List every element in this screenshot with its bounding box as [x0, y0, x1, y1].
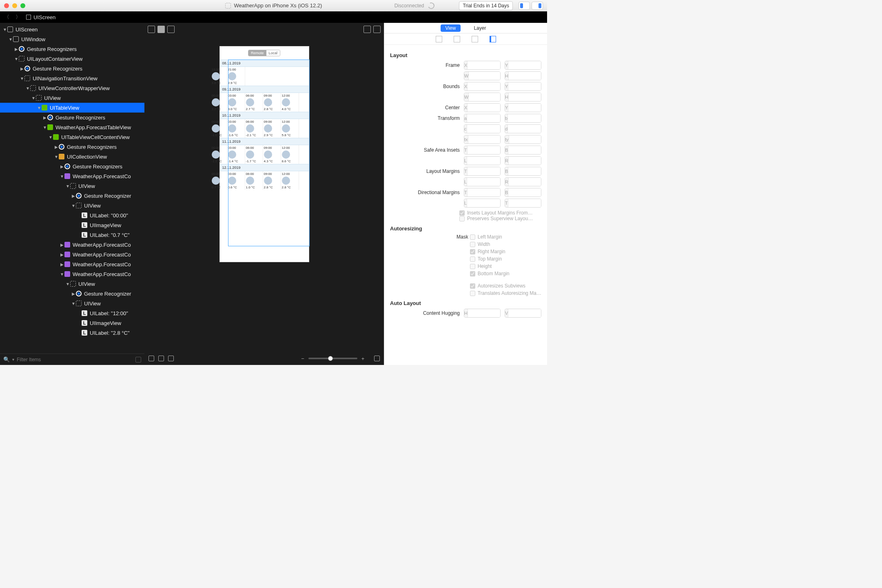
canvas-viewmode-2-icon[interactable] [157, 26, 165, 33]
inspector-icon-layout[interactable] [490, 36, 496, 42]
tree-row[interactable]: ▶Gesture Recognizers [0, 113, 144, 122]
center-x-input[interactable] [468, 104, 501, 112]
tree-row[interactable]: LUIImageView [0, 318, 144, 328]
inspector-icon-grid[interactable] [454, 36, 460, 42]
zoom-window-icon[interactable] [20, 3, 25, 8]
forecast-cell[interactable]: 12:008.6 °C [281, 145, 299, 164]
disclosure-icon[interactable]: ▼ [14, 57, 19, 61]
tree-row[interactable]: ▼UINavigationTransitionView [0, 73, 144, 83]
forecast-cell[interactable]: 03:003.0 °C [227, 93, 245, 112]
tree-row[interactable]: ▶Gesture Recognizers [0, 142, 144, 152]
disclosure-icon[interactable]: ▼ [2, 27, 7, 32]
tree-row[interactable]: ▶Gesture Recognizers [0, 64, 144, 73]
dirmargins-l-input[interactable] [467, 199, 501, 207]
filter-input[interactable] [17, 357, 133, 363]
dirmargins-t2-input[interactable] [508, 199, 541, 207]
tree-row[interactable]: ▼UIViewControllerWrapperView [0, 83, 144, 93]
hierarchy-tree[interactable]: ▼UIScreen▼UIWindow▶Gesture Recognizers▼U… [0, 23, 144, 354]
layoutmargins-t-input[interactable] [468, 167, 501, 175]
tree-row[interactable]: ▶WeatherApp.ForecastCo [0, 240, 144, 250]
forecast-cell[interactable]: 21:002.9 °C [227, 67, 245, 86]
tree-row[interactable]: ▶Gesture Recognizer [0, 191, 144, 201]
bounds-y-input[interactable] [508, 82, 541, 91]
frame-h-input[interactable] [509, 72, 541, 80]
tree-row[interactable]: ▶WeatherApp.ForecastCo [0, 259, 144, 269]
forecast-cell[interactable]: 12:002.8 °C [281, 171, 299, 190]
canvas-viewmode-3-icon[interactable] [167, 26, 175, 33]
disclosure-icon[interactable]: ▼ [71, 203, 76, 208]
segment-local[interactable]: Local [266, 50, 280, 56]
disclosure-icon[interactable]: ▼ [25, 86, 30, 91]
disclosure-icon[interactable]: ▼ [42, 125, 47, 130]
tree-row[interactable]: ▼UILayoutContainerView [0, 54, 144, 64]
filter-options-icon[interactable] [135, 357, 141, 363]
safearea-t-input[interactable] [468, 146, 501, 154]
forecast-cell[interactable]: 12:004.0 °C [281, 93, 299, 112]
forecast-cell[interactable]: 09:002.8 °C [263, 171, 281, 190]
zoom-slider[interactable] [308, 358, 357, 359]
footer-icon-2[interactable] [158, 356, 164, 361]
tree-row[interactable]: LUILabel: "12:00" [0, 308, 144, 318]
disclosure-icon[interactable]: ▶ [42, 115, 47, 120]
forecast-cell[interactable]: 18:003.6 °C [211, 67, 227, 86]
inspector-icon-doc[interactable] [436, 36, 442, 42]
forecast-cell[interactable]: 06:001.0 °C [245, 171, 263, 190]
tree-row[interactable]: LUILabel: "00:00" [0, 210, 144, 220]
disclosure-icon[interactable]: ▼ [65, 184, 70, 188]
inspector-icon-sliders[interactable] [472, 36, 478, 42]
footer-icon-4[interactable] [374, 356, 380, 361]
disclosure-icon[interactable]: ▼ [60, 174, 64, 179]
disclosure-icon[interactable]: ▼ [54, 155, 59, 159]
tree-row[interactable]: ▼UIView [0, 181, 144, 191]
tab-view[interactable]: View [441, 24, 461, 32]
frame-x-input[interactable] [468, 61, 501, 69]
disclosure-icon[interactable]: ▼ [71, 301, 76, 306]
disclosure-icon[interactable]: ▶ [60, 243, 64, 247]
tree-row[interactable]: ▼UIScreen [0, 24, 144, 34]
forecast-cell[interactable]: 03:00-1.6 °C [227, 119, 245, 138]
segment-remote[interactable]: Remote [248, 50, 266, 56]
forecast-cell[interactable]: 09:002.8 °C [263, 93, 281, 112]
zoom-out-icon[interactable]: − [301, 356, 304, 362]
frame-y-input[interactable] [508, 61, 541, 69]
tab-layer[interactable]: Layer [469, 24, 491, 32]
forecast-cell[interactable]: 00:00-1.2 °C [211, 145, 227, 164]
footer-icon-3[interactable] [168, 356, 174, 361]
close-window-icon[interactable] [4, 3, 9, 8]
dirmargins-b-input[interactable] [508, 188, 541, 197]
disclosure-icon[interactable]: ▶ [60, 252, 64, 257]
forecast-cell[interactable]: 00:000.7 °C [211, 171, 227, 190]
tree-row[interactable]: ▼UIWindow [0, 34, 144, 44]
canvas-viewmode-1-icon[interactable] [148, 26, 155, 33]
transform-tx-input[interactable] [468, 135, 501, 144]
bounds-x-input[interactable] [468, 82, 501, 91]
disclosure-icon[interactable]: ▼ [60, 272, 64, 276]
disclosure-icon[interactable]: ▼ [8, 37, 13, 42]
forecast-cell[interactable]: 06:002.7 °C [245, 93, 263, 112]
transform-c-input[interactable] [467, 125, 501, 133]
disclosure-icon[interactable]: ▼ [37, 106, 42, 110]
zoom-in-icon[interactable]: + [361, 356, 365, 362]
disclosure-icon[interactable]: ▶ [71, 292, 76, 296]
tree-row[interactable]: ▶Gesture Recognizer [0, 289, 144, 298]
toggle-right-pane-icon[interactable] [532, 2, 543, 10]
transform-b-input[interactable] [508, 114, 541, 122]
forecast-cell[interactable]: 09:004.3 °C [263, 145, 281, 164]
center-y-input[interactable] [508, 104, 541, 112]
tree-row[interactable]: ▼WeatherApp.ForecastTableView [0, 122, 144, 132]
disclosure-icon[interactable]: ▶ [20, 66, 24, 71]
minimize-window-icon[interactable] [12, 3, 17, 8]
layoutmargins-l-input[interactable] [467, 178, 501, 186]
tree-row[interactable]: ▼UICollectionView [0, 152, 144, 161]
safearea-r-input[interactable] [509, 157, 541, 165]
footer-icon-1[interactable] [148, 356, 154, 361]
nav-back-icon[interactable]: 〈 [3, 13, 10, 21]
transform-ty-input[interactable] [509, 135, 541, 144]
forecast-cell[interactable]: 12:005.8 °C [281, 119, 299, 138]
disclosure-icon[interactable]: ▼ [20, 76, 24, 81]
nav-forward-icon[interactable]: 〉 [15, 13, 21, 21]
disclosure-icon[interactable]: ▶ [54, 145, 59, 149]
layoutmargins-b-input[interactable] [508, 167, 541, 175]
tree-row[interactable]: ▼WeatherApp.ForecastCo [0, 171, 144, 181]
tree-row[interactable]: ▼UIView [0, 298, 144, 308]
